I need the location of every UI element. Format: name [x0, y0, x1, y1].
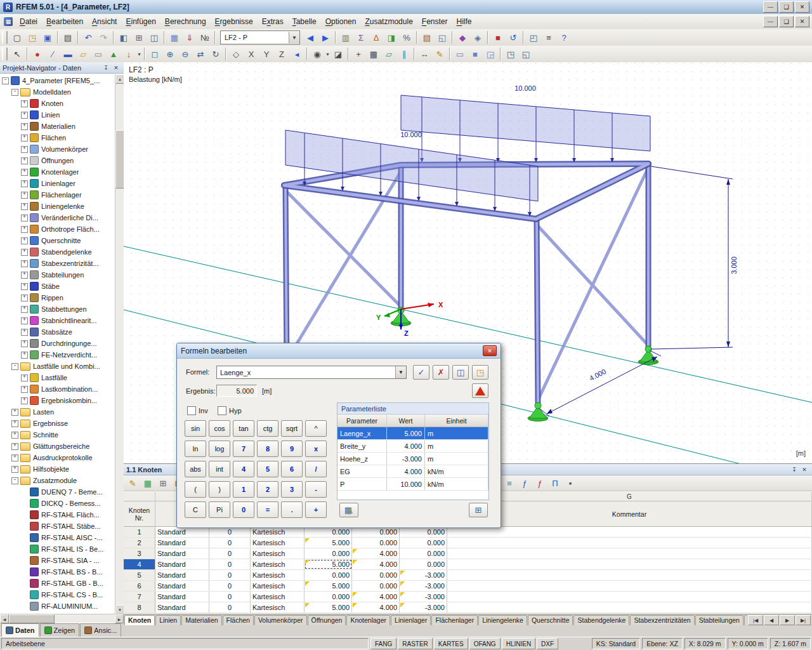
- close-icon[interactable]: ✕: [111, 63, 121, 72]
- table-lock-icon[interactable]: ▪: [563, 476, 577, 490]
- next-loadcase-icon[interactable]: ▶: [318, 30, 332, 44]
- coordinate-x-cell[interactable]: 5.000: [304, 581, 352, 591]
- table-tab-oeffnungen[interactable]: Öffnungen: [308, 615, 346, 626]
- row-number-cell[interactable]: 2: [124, 538, 155, 548]
- toggle-raster[interactable]: RASTER: [398, 638, 433, 649]
- scroll-down-icon[interactable]: ▼: [115, 605, 124, 614]
- expander-plus-icon[interactable]: +: [21, 203, 28, 210]
- coordinate-system-cell[interactable]: Kartesisch: [251, 581, 304, 591]
- node-type-cell[interactable]: Standard: [155, 538, 209, 548]
- chevron-down-icon[interactable]: ▼: [395, 366, 406, 378]
- mdi-minimize-button[interactable]: —: [763, 16, 778, 27]
- table-tab-flaechenlager[interactable]: Flächenlager: [431, 615, 478, 626]
- stop-calculation-icon[interactable]: ■: [491, 30, 505, 44]
- tree-item-staebe[interactable]: +Stäbe: [0, 281, 124, 292]
- expander-minus-icon[interactable]: -: [11, 477, 18, 484]
- calc-button-5[interactable]: 5: [257, 461, 278, 477]
- expander-plus-icon[interactable]: +: [11, 420, 18, 427]
- calc-button-clear[interactable]: C: [185, 501, 206, 518]
- calc-button-tan[interactable]: tan: [233, 420, 254, 437]
- expander-plus-icon[interactable]: +: [21, 386, 28, 393]
- select-arrow-icon[interactable]: ↖: [10, 47, 24, 61]
- calc-button-sin[interactable]: sin: [185, 420, 206, 437]
- fullscreen-icon[interactable]: ◱: [519, 47, 533, 61]
- tree-item-rf-stahl-bs-b[interactable]: RF-STAHL BS - B...: [0, 566, 124, 578]
- node-type-cell[interactable]: Standard: [155, 548, 209, 559]
- help-icon[interactable]: ?: [557, 30, 571, 44]
- comment-cell[interactable]: [447, 602, 812, 613]
- tree-item-rf-stahl-cs-b[interactable]: RF-STAHL CS - B...: [0, 589, 124, 600]
- expander-plus-icon[interactable]: +: [21, 135, 28, 142]
- row-number-cell[interactable]: 1: [124, 527, 155, 537]
- calc-button-paren-open[interactable]: (: [185, 481, 206, 498]
- calc-button-multiply[interactable]: x: [305, 441, 327, 457]
- inv-checkbox[interactable]: Inv: [187, 406, 208, 415]
- expander-plus-icon[interactable]: +: [21, 352, 28, 359]
- calc-button-equals[interactable]: =: [257, 501, 278, 518]
- expander-plus-icon[interactable]: +: [21, 226, 28, 233]
- clipboard-icon[interactable]: ◱: [435, 30, 449, 44]
- calc-button-8[interactable]: 8: [257, 441, 278, 457]
- first-table-tab-button[interactable]: |◀: [748, 615, 763, 625]
- previous-loadcase-icon[interactable]: ◀: [303, 30, 317, 44]
- parameter-row-p[interactable]: P10.000kN/m: [337, 478, 488, 491]
- margin-view-icon[interactable]: ◳: [504, 47, 518, 61]
- tree-item-durchdringunge[interactable]: +Durchdringunge...: [0, 338, 124, 349]
- row-number-cell[interactable]: 7: [124, 592, 155, 602]
- node-type-cell[interactable]: Standard: [155, 527, 209, 537]
- parameter-row-laenge-x[interactable]: Laenge_x5.000m: [337, 427, 488, 440]
- window-minimize-button[interactable]: —: [763, 1, 778, 13]
- coordinate-system-cell[interactable]: Kartesisch: [251, 570, 304, 580]
- coordinate-x-cell[interactable]: 5.000: [304, 602, 352, 613]
- new-opening-icon[interactable]: ▭: [91, 47, 105, 61]
- insert-into-table-button[interactable]: ⊞: [469, 503, 488, 517]
- pan-icon[interactable]: ⇄: [193, 47, 207, 61]
- coordinate-y-cell[interactable]: 4.000: [352, 592, 400, 602]
- tree-item-ausdruckprotokolle[interactable]: +Ausdruckprotokolle: [0, 452, 124, 463]
- load-generator-icon[interactable]: ◆: [455, 30, 469, 44]
- calc-button-ln[interactable]: ln: [185, 441, 206, 457]
- new-line-icon[interactable]: ∕: [46, 47, 60, 61]
- comment-icon[interactable]: ✎: [433, 47, 447, 61]
- tree-item-flaechenlager[interactable]: +Flächenlager: [0, 189, 124, 201]
- expander-plus-icon[interactable]: +: [21, 375, 28, 381]
- expander-plus-icon[interactable]: +: [11, 432, 18, 439]
- isometric-view-icon[interactable]: ◇: [229, 47, 243, 61]
- comment-cell[interactable]: [447, 581, 812, 591]
- tree-item-rf-stahl-gb-b[interactable]: RF-STAHL GB - B...: [0, 578, 124, 589]
- tree-item-veraenderliche-di[interactable]: +Veränderliche Di...: [0, 212, 124, 223]
- tree-item-rippen[interactable]: +Rippen: [0, 292, 124, 303]
- row-insert-icon[interactable]: ⊞: [156, 476, 170, 490]
- dimension-icon[interactable]: ↔: [417, 47, 431, 61]
- parameter-row-breite-y[interactable]: Breite_y4.000m: [337, 440, 488, 453]
- expander-plus-icon[interactable]: +: [21, 215, 28, 222]
- reference-node-cell[interactable]: 0: [209, 592, 251, 602]
- scrollbar-thumb[interactable]: [9, 614, 55, 623]
- expander-minus-icon[interactable]: -: [2, 77, 9, 84]
- coordinate-z-cell[interactable]: -3.000: [400, 592, 447, 602]
- zoom-in-icon[interactable]: ⊕: [163, 47, 177, 61]
- calc-button-ctg[interactable]: ctg: [257, 420, 278, 437]
- toggle-ofang[interactable]: OFANG: [469, 638, 501, 649]
- navigator-header[interactable]: Projekt-Navigator - Daten ↧ ✕: [0, 62, 124, 74]
- menu-bearbeiten[interactable]: Bearbeiten: [42, 15, 88, 29]
- zoom-out-icon[interactable]: ⊖: [178, 47, 192, 61]
- close-icon[interactable]: ✕: [799, 465, 809, 474]
- tree-item-zusatzmodule[interactable]: -Zusatzmodule: [0, 475, 124, 486]
- show-numbering-icon[interactable]: №: [198, 30, 212, 44]
- row-number-cell[interactable]: 8: [124, 602, 155, 613]
- expander-plus-icon[interactable]: +: [21, 317, 28, 324]
- expander-plus-icon[interactable]: +: [21, 123, 28, 130]
- pin-icon[interactable]: ↧: [101, 63, 111, 72]
- height-dimension[interactable]: 3.000: [651, 166, 738, 349]
- table-tab-flaechen[interactable]: Flächen: [223, 615, 254, 626]
- new-member-icon[interactable]: ▬: [61, 47, 75, 61]
- dialog-close-button[interactable]: ✕: [483, 345, 497, 356]
- navigator-horizontal-scrollbar[interactable]: ◀ ▶: [0, 614, 124, 623]
- expander-minus-icon[interactable]: -: [11, 89, 18, 96]
- calc-button-6[interactable]: 6: [281, 461, 303, 477]
- add-modules-icon[interactable]: ◈: [471, 30, 485, 44]
- error-warning-button[interactable]: [472, 383, 488, 398]
- reference-node-cell[interactable]: 0: [209, 581, 251, 591]
- previous-table-tab-button[interactable]: ◀: [764, 615, 779, 625]
